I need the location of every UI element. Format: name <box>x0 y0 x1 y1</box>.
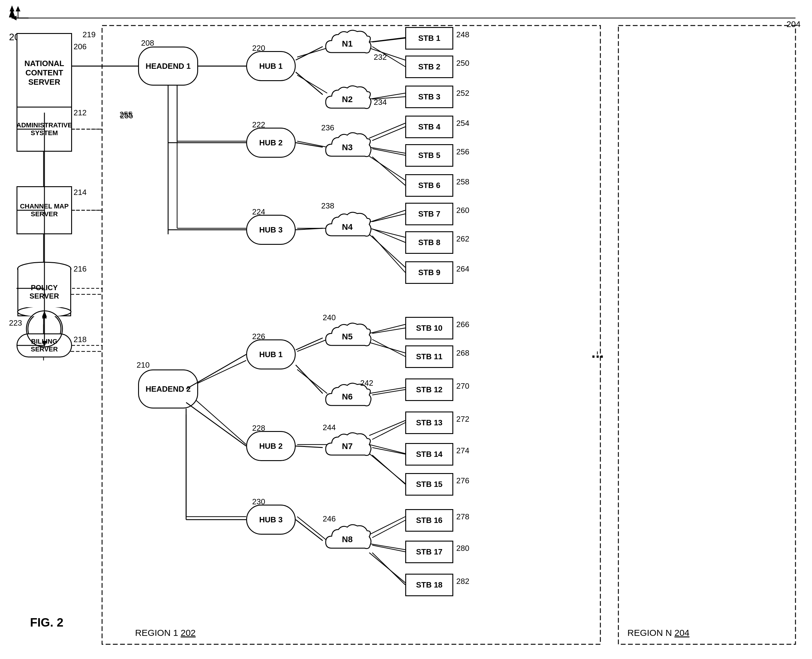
svg-text:N6: N6 <box>342 392 353 401</box>
stb3-box: STB 3 <box>405 86 453 108</box>
n2-cloud: N2 <box>323 83 372 119</box>
ref-214: 214 <box>74 188 87 197</box>
svg-marker-3 <box>16 6 20 11</box>
ref-252: 252 <box>456 88 469 98</box>
svg-line-100 <box>296 520 323 541</box>
ref-262: 262 <box>456 234 469 244</box>
ref-220: 220 <box>252 44 265 53</box>
national-content-server-label: NATIONALCONTENTSERVER <box>24 59 64 87</box>
n8-cloud: N8 <box>323 521 372 560</box>
svg-line-47 <box>369 445 405 454</box>
svg-line-30 <box>369 147 405 153</box>
n5-cloud: N5 <box>323 320 372 356</box>
stb17-box: STB 17 <box>405 541 453 563</box>
policy-server-cylinder: POLICYSERVER <box>17 261 72 327</box>
svg-line-35 <box>195 360 246 385</box>
stb7-box: STB 7 <box>405 203 453 225</box>
svg-line-34 <box>369 234 405 267</box>
stb2-box: STB 2 <box>405 55 453 78</box>
ref-236: 236 <box>321 123 334 132</box>
ref-270: 270 <box>456 382 469 391</box>
n7-cloud: N7 <box>323 429 372 465</box>
ref-218: 218 <box>74 335 87 344</box>
ref-242: 242 <box>360 378 373 388</box>
svg-text:N4: N4 <box>342 222 353 232</box>
ref-255: 255 <box>120 111 133 120</box>
stb1-box: STB 1 <box>405 27 453 50</box>
svg-line-98 <box>296 365 323 394</box>
ref-248: 248 <box>456 30 469 39</box>
ref-232: 232 <box>374 52 387 62</box>
svg-line-87 <box>372 127 405 140</box>
ref-260: 260 <box>456 206 469 215</box>
svg-text:N7: N7 <box>342 441 353 451</box>
svg-line-49 <box>369 517 405 534</box>
svg-text:N2: N2 <box>342 95 353 104</box>
channel-map-server-box: CHANNEL MAPSERVER <box>17 186 72 234</box>
hub1-h2-label: HUB 1 <box>259 350 282 359</box>
headend2-box: HEADEND 2 <box>138 369 198 408</box>
ref-272: 272 <box>456 415 469 424</box>
ref-264: 264 <box>456 264 469 274</box>
svg-line-84 <box>372 38 405 42</box>
stb6-box: STB 6 <box>405 174 453 197</box>
ref-238: 238 <box>321 201 334 211</box>
svg-line-80 <box>296 47 323 60</box>
svg-line-45 <box>369 388 405 394</box>
svg-line-46 <box>369 421 405 435</box>
svg-line-108 <box>372 545 405 552</box>
stb4-box: STB 4 <box>405 116 453 138</box>
stb10-box: STB 10 <box>405 317 453 339</box>
stb12-box: STB 12 <box>405 378 453 401</box>
policy-server-label: POLICYSERVER <box>30 284 59 300</box>
stb14-box: STB 14 <box>405 443 453 465</box>
regionN-label: REGION N 204 <box>627 628 689 638</box>
n1-cloud: N1 <box>323 27 372 63</box>
ref-206: 206 <box>74 42 87 51</box>
svg-line-109 <box>372 553 405 585</box>
svg-line-81 <box>296 72 323 95</box>
ref-204-label: 204 <box>787 19 801 29</box>
stb15-box: STB 15 <box>405 473 453 496</box>
ref-219: 219 <box>83 30 96 39</box>
svg-line-32 <box>369 210 405 222</box>
svg-line-33 <box>369 228 405 237</box>
svg-line-50 <box>369 544 405 550</box>
ref-216: 216 <box>74 264 87 274</box>
ref-276: 276 <box>456 476 469 486</box>
ellipsis: ... <box>592 344 604 361</box>
stb5-box: STB 5 <box>405 144 453 167</box>
svg-rect-5 <box>618 25 795 644</box>
svg-line-48 <box>369 454 405 484</box>
hub1-h1-label: HUB 1 <box>259 61 282 71</box>
ref-266: 266 <box>456 320 469 329</box>
ref-278: 278 <box>456 512 469 522</box>
ref-212: 212 <box>74 108 87 117</box>
hub3-h2-label: HUB 3 <box>259 515 282 525</box>
svg-text:N3: N3 <box>342 143 353 152</box>
svg-text:N8: N8 <box>342 534 353 544</box>
svg-line-92 <box>372 236 405 273</box>
hub1-h2-box: HUB 1 <box>246 339 296 369</box>
svg-line-83 <box>296 228 323 230</box>
svg-line-90 <box>372 214 405 222</box>
ref-280: 280 <box>456 544 469 553</box>
n4-cloud: N4 <box>323 209 372 248</box>
stb11-box: STB 11 <box>405 345 453 368</box>
headend2-label: HEADEND 2 <box>146 385 190 394</box>
svg-text:N5: N5 <box>342 332 353 341</box>
headend1-label: HEADEND 1 <box>146 61 190 71</box>
svg-line-43 <box>369 325 405 333</box>
svg-line-97 <box>296 338 323 350</box>
ref-268: 268 <box>456 348 469 358</box>
channel-map-server-label: CHANNEL MAPSERVER <box>20 202 68 218</box>
svg-line-102 <box>372 339 405 356</box>
ref-222: 222 <box>252 120 265 129</box>
ref-240: 240 <box>323 313 335 322</box>
ref-208: 208 <box>141 38 154 48</box>
svg-line-106 <box>372 455 405 484</box>
svg-line-107 <box>372 520 405 538</box>
svg-line-104 <box>372 423 405 440</box>
svg-line-89 <box>372 157 405 185</box>
svg-line-103 <box>372 389 405 395</box>
